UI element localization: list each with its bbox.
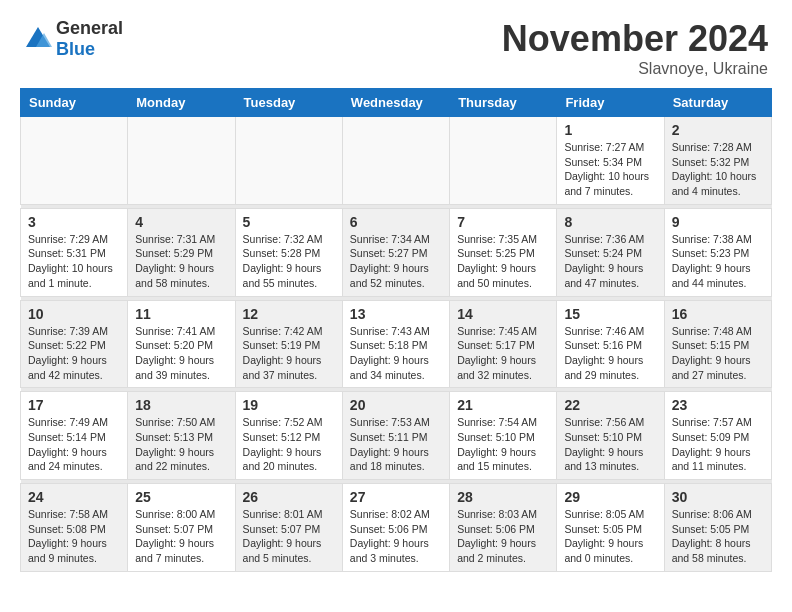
day-info: Sunrise: 7:46 AM Sunset: 5:16 PM Dayligh… bbox=[564, 324, 656, 383]
calendar-header-row: SundayMondayTuesdayWednesdayThursdayFrid… bbox=[21, 89, 772, 117]
day-number: 16 bbox=[672, 306, 764, 322]
day-info: Sunrise: 7:39 AM Sunset: 5:22 PM Dayligh… bbox=[28, 324, 120, 383]
day-number: 21 bbox=[457, 397, 549, 413]
calendar-header-tuesday: Tuesday bbox=[235, 89, 342, 117]
calendar-header-thursday: Thursday bbox=[450, 89, 557, 117]
logo-blue-text: Blue bbox=[56, 39, 123, 60]
logo-icon bbox=[24, 25, 52, 53]
day-info: Sunrise: 7:42 AM Sunset: 5:19 PM Dayligh… bbox=[243, 324, 335, 383]
day-info: Sunrise: 7:29 AM Sunset: 5:31 PM Dayligh… bbox=[28, 232, 120, 291]
month-title: November 2024 bbox=[502, 18, 768, 60]
calendar-day bbox=[342, 117, 449, 205]
calendar-header-wednesday: Wednesday bbox=[342, 89, 449, 117]
day-info: Sunrise: 7:43 AM Sunset: 5:18 PM Dayligh… bbox=[350, 324, 442, 383]
day-info: Sunrise: 7:36 AM Sunset: 5:24 PM Dayligh… bbox=[564, 232, 656, 291]
calendar-week-row: 1Sunrise: 7:27 AM Sunset: 5:34 PM Daylig… bbox=[21, 117, 772, 205]
day-number: 14 bbox=[457, 306, 549, 322]
title-block: November 2024 Slavnoye, Ukraine bbox=[502, 18, 768, 78]
calendar-week-row: 10Sunrise: 7:39 AM Sunset: 5:22 PM Dayli… bbox=[21, 300, 772, 388]
day-info: Sunrise: 7:38 AM Sunset: 5:23 PM Dayligh… bbox=[672, 232, 764, 291]
day-number: 19 bbox=[243, 397, 335, 413]
calendar-day bbox=[235, 117, 342, 205]
day-number: 8 bbox=[564, 214, 656, 230]
calendar-day: 22Sunrise: 7:56 AM Sunset: 5:10 PM Dayli… bbox=[557, 392, 664, 480]
day-info: Sunrise: 8:00 AM Sunset: 5:07 PM Dayligh… bbox=[135, 507, 227, 566]
calendar-day: 18Sunrise: 7:50 AM Sunset: 5:13 PM Dayli… bbox=[128, 392, 235, 480]
calendar-day: 5Sunrise: 7:32 AM Sunset: 5:28 PM Daylig… bbox=[235, 208, 342, 296]
day-number: 18 bbox=[135, 397, 227, 413]
calendar-day: 27Sunrise: 8:02 AM Sunset: 5:06 PM Dayli… bbox=[342, 484, 449, 572]
day-number: 27 bbox=[350, 489, 442, 505]
day-info: Sunrise: 7:57 AM Sunset: 5:09 PM Dayligh… bbox=[672, 415, 764, 474]
calendar-header-sunday: Sunday bbox=[21, 89, 128, 117]
calendar-day: 26Sunrise: 8:01 AM Sunset: 5:07 PM Dayli… bbox=[235, 484, 342, 572]
calendar-day: 28Sunrise: 8:03 AM Sunset: 5:06 PM Dayli… bbox=[450, 484, 557, 572]
day-info: Sunrise: 8:05 AM Sunset: 5:05 PM Dayligh… bbox=[564, 507, 656, 566]
day-info: Sunrise: 7:52 AM Sunset: 5:12 PM Dayligh… bbox=[243, 415, 335, 474]
calendar-day: 13Sunrise: 7:43 AM Sunset: 5:18 PM Dayli… bbox=[342, 300, 449, 388]
calendar-day bbox=[450, 117, 557, 205]
location: Slavnoye, Ukraine bbox=[502, 60, 768, 78]
day-number: 13 bbox=[350, 306, 442, 322]
day-number: 25 bbox=[135, 489, 227, 505]
calendar-day: 10Sunrise: 7:39 AM Sunset: 5:22 PM Dayli… bbox=[21, 300, 128, 388]
day-number: 29 bbox=[564, 489, 656, 505]
calendar-day: 7Sunrise: 7:35 AM Sunset: 5:25 PM Daylig… bbox=[450, 208, 557, 296]
day-info: Sunrise: 7:41 AM Sunset: 5:20 PM Dayligh… bbox=[135, 324, 227, 383]
calendar-day: 3Sunrise: 7:29 AM Sunset: 5:31 PM Daylig… bbox=[21, 208, 128, 296]
day-number: 17 bbox=[28, 397, 120, 413]
calendar-header-saturday: Saturday bbox=[664, 89, 771, 117]
day-info: Sunrise: 8:02 AM Sunset: 5:06 PM Dayligh… bbox=[350, 507, 442, 566]
day-info: Sunrise: 7:53 AM Sunset: 5:11 PM Dayligh… bbox=[350, 415, 442, 474]
calendar-day: 12Sunrise: 7:42 AM Sunset: 5:19 PM Dayli… bbox=[235, 300, 342, 388]
day-number: 7 bbox=[457, 214, 549, 230]
calendar-day: 23Sunrise: 7:57 AM Sunset: 5:09 PM Dayli… bbox=[664, 392, 771, 480]
calendar-day bbox=[128, 117, 235, 205]
day-number: 10 bbox=[28, 306, 120, 322]
calendar-header-friday: Friday bbox=[557, 89, 664, 117]
day-number: 30 bbox=[672, 489, 764, 505]
day-number: 3 bbox=[28, 214, 120, 230]
day-number: 1 bbox=[564, 122, 656, 138]
day-info: Sunrise: 7:48 AM Sunset: 5:15 PM Dayligh… bbox=[672, 324, 764, 383]
calendar-day: 17Sunrise: 7:49 AM Sunset: 5:14 PM Dayli… bbox=[21, 392, 128, 480]
day-number: 6 bbox=[350, 214, 442, 230]
day-number: 4 bbox=[135, 214, 227, 230]
calendar-header-monday: Monday bbox=[128, 89, 235, 117]
calendar-week-row: 24Sunrise: 7:58 AM Sunset: 5:08 PM Dayli… bbox=[21, 484, 772, 572]
day-info: Sunrise: 7:31 AM Sunset: 5:29 PM Dayligh… bbox=[135, 232, 227, 291]
day-number: 9 bbox=[672, 214, 764, 230]
day-info: Sunrise: 7:32 AM Sunset: 5:28 PM Dayligh… bbox=[243, 232, 335, 291]
calendar-day: 29Sunrise: 8:05 AM Sunset: 5:05 PM Dayli… bbox=[557, 484, 664, 572]
day-number: 11 bbox=[135, 306, 227, 322]
day-number: 26 bbox=[243, 489, 335, 505]
calendar-day: 20Sunrise: 7:53 AM Sunset: 5:11 PM Dayli… bbox=[342, 392, 449, 480]
calendar-day: 1Sunrise: 7:27 AM Sunset: 5:34 PM Daylig… bbox=[557, 117, 664, 205]
day-number: 22 bbox=[564, 397, 656, 413]
day-info: Sunrise: 7:45 AM Sunset: 5:17 PM Dayligh… bbox=[457, 324, 549, 383]
logo-general-text: General bbox=[56, 18, 123, 39]
day-info: Sunrise: 7:54 AM Sunset: 5:10 PM Dayligh… bbox=[457, 415, 549, 474]
calendar-day: 15Sunrise: 7:46 AM Sunset: 5:16 PM Dayli… bbox=[557, 300, 664, 388]
calendar-week-row: 17Sunrise: 7:49 AM Sunset: 5:14 PM Dayli… bbox=[21, 392, 772, 480]
day-number: 23 bbox=[672, 397, 764, 413]
calendar-day: 19Sunrise: 7:52 AM Sunset: 5:12 PM Dayli… bbox=[235, 392, 342, 480]
day-number: 2 bbox=[672, 122, 764, 138]
day-info: Sunrise: 7:34 AM Sunset: 5:27 PM Dayligh… bbox=[350, 232, 442, 291]
calendar-week-row: 3Sunrise: 7:29 AM Sunset: 5:31 PM Daylig… bbox=[21, 208, 772, 296]
day-number: 15 bbox=[564, 306, 656, 322]
calendar-day: 9Sunrise: 7:38 AM Sunset: 5:23 PM Daylig… bbox=[664, 208, 771, 296]
logo: General Blue bbox=[24, 18, 123, 60]
calendar-day: 24Sunrise: 7:58 AM Sunset: 5:08 PM Dayli… bbox=[21, 484, 128, 572]
day-info: Sunrise: 7:35 AM Sunset: 5:25 PM Dayligh… bbox=[457, 232, 549, 291]
day-info: Sunrise: 7:28 AM Sunset: 5:32 PM Dayligh… bbox=[672, 140, 764, 199]
calendar-day: 6Sunrise: 7:34 AM Sunset: 5:27 PM Daylig… bbox=[342, 208, 449, 296]
day-info: Sunrise: 7:56 AM Sunset: 5:10 PM Dayligh… bbox=[564, 415, 656, 474]
calendar-day: 16Sunrise: 7:48 AM Sunset: 5:15 PM Dayli… bbox=[664, 300, 771, 388]
day-info: Sunrise: 7:50 AM Sunset: 5:13 PM Dayligh… bbox=[135, 415, 227, 474]
day-number: 20 bbox=[350, 397, 442, 413]
day-info: Sunrise: 8:03 AM Sunset: 5:06 PM Dayligh… bbox=[457, 507, 549, 566]
day-info: Sunrise: 7:27 AM Sunset: 5:34 PM Dayligh… bbox=[564, 140, 656, 199]
day-number: 12 bbox=[243, 306, 335, 322]
calendar-day: 4Sunrise: 7:31 AM Sunset: 5:29 PM Daylig… bbox=[128, 208, 235, 296]
